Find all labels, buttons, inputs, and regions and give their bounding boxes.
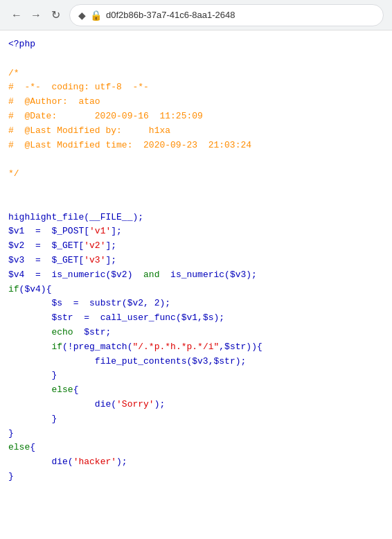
code-line-4: # -*- coding: utf-8 -*- — [8, 80, 384, 95]
code-line-30: die('hacker'); — [8, 455, 384, 470]
address-bar[interactable]: ◆ 🔒 d0f2b86b-37a7-41c6-8aa1-2648 — [69, 4, 384, 26]
code-line-6: # @Date: 2020-09-16 11:25:09 — [8, 109, 384, 124]
code-line-16: $v3 = $_GET['v3']; — [8, 254, 384, 268]
nav-buttons: ← → ↻ — [8, 7, 64, 24]
code-line-29: else{ — [8, 441, 384, 455]
code-line-27: } — [8, 412, 384, 427]
url-text: d0f2b86b-37a7-41c6-8aa1-2648 — [106, 10, 235, 20]
code-line-5: # @Author: atao — [8, 95, 384, 109]
code-line-22: if(!preg_match("/.*p.*h.*p.*/i",$str)){ — [8, 340, 384, 355]
code-line-13: highlight_file(__FILE__); — [8, 211, 384, 225]
code-line-21: echo $str; — [8, 326, 384, 340]
code-line-12 — [8, 196, 384, 211]
code-line-20: $str = call_user_func($v1,$s); — [8, 311, 384, 326]
forward-button[interactable]: → — [28, 7, 44, 24]
lock-icon: 🔒 — [90, 10, 102, 21]
browser-toolbar: ← → ↻ ◆ 🔒 d0f2b86b-37a7-41c6-8aa1-2648 — [0, 0, 392, 30]
code-line-11 — [8, 182, 384, 196]
code-area: <?php /* # -*- coding: utf-8 -*- # @Auth… — [0, 30, 392, 539]
shield-icon: ◆ — [78, 10, 86, 21]
code-line-31: } — [8, 470, 384, 484]
code-line-3: /* — [8, 67, 384, 81]
back-button[interactable]: ← — [8, 7, 25, 24]
code-line-7: # @Last Modified by: h1xa — [8, 124, 384, 139]
code-line-14: $v1 = $_POST['v1']; — [8, 224, 384, 239]
code-line-17: $v4 = is_numeric($v2) and is_numeric($v3… — [8, 268, 384, 283]
code-line-10: */ — [8, 167, 384, 182]
code-line-25: else{ — [8, 383, 384, 398]
code-line-26: die('Sorry'); — [8, 398, 384, 412]
code-line-9 — [8, 152, 384, 167]
code-line-19: $s = substr($v2, 2); — [8, 297, 384, 311]
code-line-28: } — [8, 427, 384, 441]
code-line-2 — [8, 52, 384, 67]
code-line-15: $v2 = $_GET['v2']; — [8, 239, 384, 254]
code-line-23: file_put_contents($v3,$str); — [8, 355, 384, 369]
code-line-1: <?php — [8, 37, 384, 52]
code-line-18: if($v4){ — [8, 283, 384, 297]
reload-button[interactable]: ↻ — [47, 7, 64, 24]
code-line-8: # @Last Modified time: 2020-09-23 21:03:… — [8, 139, 384, 153]
code-line-24: } — [8, 369, 384, 383]
